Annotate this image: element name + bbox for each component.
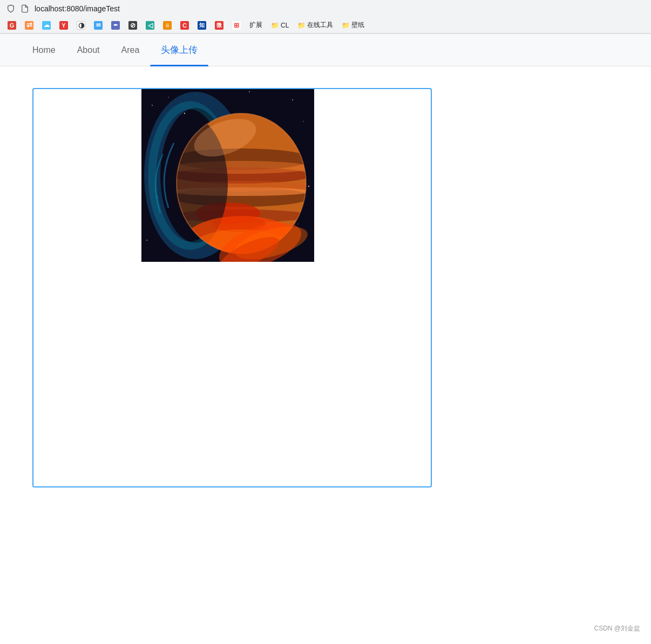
svg-point-10 xyxy=(308,186,309,187)
browser-chrome: localhost:8080/imageTest G ⇄ ☁ Y ◑ ✉ ✒ ⊘… xyxy=(0,0,651,34)
shield-icon xyxy=(6,4,15,13)
url-text[interactable]: localhost:8080/imageTest xyxy=(35,4,120,13)
bookmark-folder-tools-icon: 📁 xyxy=(297,22,306,29)
nav-bar: Home About Area 头像上传 xyxy=(0,34,651,66)
svg-point-3 xyxy=(184,113,185,114)
bookmark-zhi[interactable]: 知 xyxy=(194,20,209,31)
svg-point-9 xyxy=(297,223,299,225)
image-upload-area[interactable] xyxy=(32,88,432,487)
bookmark-link[interactable]: ⇄ xyxy=(22,20,37,31)
svg-point-5 xyxy=(303,121,304,122)
svg-point-12 xyxy=(249,91,250,92)
footer-text: CSDN @刘金盆 xyxy=(594,624,640,633)
bookmark-y[interactable]: Y xyxy=(56,20,71,31)
bookmark-circle[interactable]: ◑ xyxy=(73,20,89,31)
bookmark-windows-icon: ⊞ xyxy=(232,21,241,30)
bookmark-stack-icon: ≡ xyxy=(163,21,172,30)
bookmark-c-icon: C xyxy=(180,21,189,30)
main-content xyxy=(0,66,651,509)
bookmark-weibo[interactable]: 微 xyxy=(212,20,227,31)
nav-about[interactable]: About xyxy=(66,34,111,66)
nav-avatar-upload[interactable]: 头像上传 xyxy=(150,34,208,66)
bookmark-weibo-icon: 微 xyxy=(215,21,223,30)
bookmark-cl[interactable]: 📁 CL xyxy=(268,21,292,30)
bookmark-block[interactable]: ⊘ xyxy=(125,20,140,31)
bookmark-wallpaper[interactable]: 📁 壁纸 xyxy=(338,19,368,31)
bookmark-zhi-icon: 知 xyxy=(198,21,206,30)
svg-point-8 xyxy=(146,240,147,241)
planet-image xyxy=(141,89,314,262)
bookmark-y-icon: Y xyxy=(59,21,68,30)
bookmark-cloud-icon: ☁ xyxy=(42,21,51,30)
bookmark-online-tools[interactable]: 📁 在线工具 xyxy=(294,19,336,31)
bookmarks-bar: G ⇄ ☁ Y ◑ ✉ ✒ ⊘ ◁ ≡ C 知 xyxy=(0,17,651,33)
bookmark-folder-cl-icon: 📁 xyxy=(271,22,279,29)
svg-point-4 xyxy=(292,99,293,100)
bookmark-arrow-icon: ◁ xyxy=(146,21,154,30)
svg-point-2 xyxy=(168,97,169,98)
bookmark-online-tools-label: 在线工具 xyxy=(307,21,333,30)
address-bar: localhost:8080/imageTest xyxy=(0,0,651,17)
bookmark-kuozhan[interactable]: 扩展 xyxy=(246,19,266,31)
bookmark-pen[interactable]: ✒ xyxy=(108,20,123,31)
nav-home[interactable]: Home xyxy=(22,34,66,66)
bookmark-mail[interactable]: ✉ xyxy=(91,20,106,31)
bookmark-c[interactable]: C xyxy=(177,20,192,31)
bookmark-pen-icon: ✒ xyxy=(111,21,120,30)
bookmark-cl-label: CL xyxy=(281,22,289,29)
bookmark-link-icon: ⇄ xyxy=(25,21,33,30)
bookmark-g[interactable]: G xyxy=(4,20,19,31)
page-icon xyxy=(21,4,29,13)
bookmark-windows[interactable]: ⊞ xyxy=(229,20,244,31)
bookmark-wallpaper-label: 壁纸 xyxy=(351,21,364,30)
bookmark-g-icon: G xyxy=(8,21,16,30)
bookmark-stack[interactable]: ≡ xyxy=(160,20,175,31)
svg-point-1 xyxy=(152,105,153,106)
bookmark-kuozhan-label: 扩展 xyxy=(249,21,262,30)
bookmark-block-icon: ⊘ xyxy=(128,21,137,30)
bookmark-cloud[interactable]: ☁ xyxy=(39,20,54,31)
bookmark-arrow[interactable]: ◁ xyxy=(143,20,158,31)
bookmark-folder-wallpaper-icon: 📁 xyxy=(342,22,350,29)
nav-area[interactable]: Area xyxy=(111,34,151,66)
bookmark-circle-icon: ◑ xyxy=(77,21,85,30)
bookmark-mail-icon: ✉ xyxy=(94,21,103,30)
